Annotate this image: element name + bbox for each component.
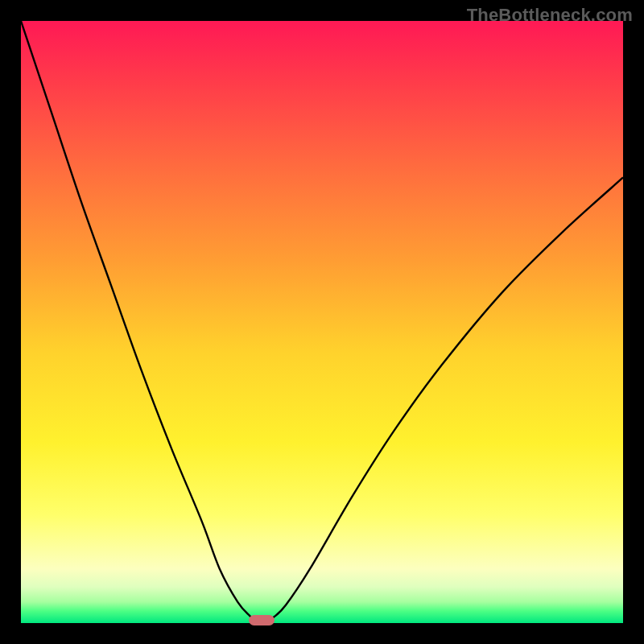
chart-frame: TheBottleneck.com — [0, 0, 644, 644]
min-marker — [249, 615, 275, 625]
bottleneck-curve — [21, 21, 623, 623]
watermark-text: TheBottleneck.com — [467, 5, 633, 26]
curve-path — [21, 21, 623, 620]
